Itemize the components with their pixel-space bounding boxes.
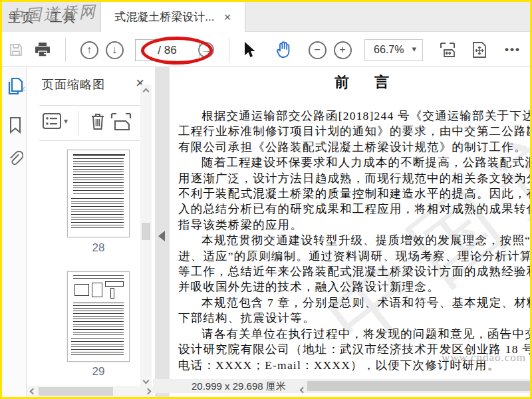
plus-icon: + xyxy=(334,41,352,59)
scroll-left-button[interactable] xyxy=(27,386,38,397)
scroll-left-button[interactable] xyxy=(301,383,305,395)
chevron-up-icon xyxy=(143,88,150,94)
panel-title: 页面缩略图 xyxy=(42,76,105,92)
close-tab-icon[interactable]: × xyxy=(224,11,231,23)
previous-page-button[interactable]: ↑ xyxy=(78,33,100,67)
text-line: 根据交通运输部交公路函[2018]244 号《交通运输部关于下达 2018 年度 xyxy=(178,108,530,124)
text-line: 工程行业标准制修订项目计划的通知》的要求，由中交第二公路勘察设计研 xyxy=(178,124,530,139)
text-line: 并吸收国外先进的技术，融入公路设计新理念。 xyxy=(178,279,530,295)
thumb-headline xyxy=(73,154,125,156)
panel-divider xyxy=(39,105,147,106)
arrow-down-icon: ↓ xyxy=(106,41,124,59)
pdf-reader-window: 主页 工具 式混凝土桥梁设计... × 中国道桥网 ↑ ↓ xyxy=(0,0,532,399)
chevron-left-icon xyxy=(29,388,36,395)
thumb-figure xyxy=(92,283,102,297)
text-line: 下部结构、抗震设计等。 xyxy=(178,311,530,326)
text-line: 入的总结分析已有的研究成果和工程应用，将相对成熟的成果转化为规范性 xyxy=(178,201,530,217)
next-view-button[interactable]: → xyxy=(198,42,214,58)
document-paragraphs: 根据交通运输部交公路函[2018]244 号《交通运输部关于下达 2018 年度… xyxy=(178,108,530,373)
tab-bar: 主页 工具 式混凝土桥梁设计... × xyxy=(2,2,530,32)
scroll-up-button[interactable] xyxy=(140,86,152,96)
crop-page-icon xyxy=(110,112,132,131)
page-thumbnail[interactable] xyxy=(67,150,130,237)
collapse-panel-icon[interactable] xyxy=(158,231,165,241)
arrow-up-icon: ↑ xyxy=(80,41,98,59)
tab-home[interactable]: 主页 xyxy=(8,9,35,27)
page-number-input[interactable]: / 86 xyxy=(135,39,200,61)
thumb-text-lines xyxy=(71,338,124,357)
document-scrollbar-thumb[interactable] xyxy=(307,381,530,391)
fit-width-button[interactable] xyxy=(436,33,460,67)
zoom-level-value: 66.7% xyxy=(374,44,404,56)
printer-icon xyxy=(34,42,51,58)
save-icon xyxy=(9,43,23,57)
paragraph: 随着工程建设环保要求和人力成本的不断提高，公路装配式混凝土桥梁用逐渐广泛，设计方… xyxy=(178,155,530,233)
thumbnail-page-number: 29 xyxy=(67,365,130,378)
text-line: 指导该类桥梁的应用。 xyxy=(178,217,530,233)
document-tab-title: 式混凝土桥梁设计... xyxy=(114,9,214,25)
toolbar-divider xyxy=(229,38,229,62)
text-line: 等工作，总结近年来公路装配式混凝土桥梁设计方面的成熟经验和相关科研 xyxy=(178,264,530,279)
next-page-button[interactable]: ↓ xyxy=(104,33,125,67)
scroll-down-button[interactable] xyxy=(140,375,152,386)
document-view[interactable]: 中国道桥网 前 言 根据交通运输部交公路函[2018]244 号《交通运输部关于… xyxy=(170,67,530,379)
page-size-label: 20.999 x 29.698 厘米 xyxy=(192,380,286,393)
status-bar: 20.999 x 29.698 厘米 xyxy=(153,379,530,393)
fit-width-icon xyxy=(439,41,456,59)
attachments-panel-button[interactable] xyxy=(6,150,25,170)
panel-splitter[interactable] xyxy=(155,67,170,397)
thumb-figure xyxy=(74,284,89,296)
arrow-right-icon: → xyxy=(201,45,211,55)
page-content: 前 言 根据交通运输部交公路函[2018]244 号《交通运输部关于下达 201… xyxy=(178,67,530,373)
panel-toolbar-divider xyxy=(78,111,78,136)
text-line: 进、适应”的原则编制。通过资料调研、现场考察、理论分析计算、实体工程 xyxy=(178,249,530,264)
panel-toolbar: ▾ xyxy=(27,110,155,139)
thumbnail-scrollbar-vertical[interactable] xyxy=(140,84,152,387)
text-line: 请各有关单位在执行过程中，将发现的问题和意见，函告中交第二公路 xyxy=(178,327,530,342)
paragraph: 根据交通运输部交公路函[2018]244 号《交通运输部关于下达 2018 年度… xyxy=(178,108,530,155)
text-line: 不利于装配式混凝土桥梁的质量控制和建造水平的提高。因此，有必要系统 xyxy=(178,186,530,201)
more-tools-button[interactable]: ••• xyxy=(499,33,526,67)
thumbnail-page-number: 28 xyxy=(67,241,130,255)
zoom-level-select[interactable]: 66.7% ▾ xyxy=(364,39,423,61)
bookmarks-panel-button[interactable] xyxy=(6,115,25,135)
chevron-left-icon xyxy=(300,387,307,394)
tab-document[interactable]: 式混凝土桥梁设计... × xyxy=(100,2,245,32)
bookmark-icon xyxy=(9,116,22,134)
text-line: 随着工程建设环保要求和人力成本的不断提高，公路装配式混凝土桥梁 xyxy=(178,155,530,170)
hand-tool-button[interactable] xyxy=(271,33,297,67)
chevron-down-icon: ▾ xyxy=(412,44,416,54)
thumbnails-panel: 页面缩略图 × ▾ xyxy=(27,67,155,397)
zoom-in-button[interactable]: + xyxy=(332,33,353,67)
print-button[interactable] xyxy=(31,33,54,67)
scroll-right-button[interactable] xyxy=(142,386,153,397)
paragraph: 请各有关单位在执行过程中，将发现的问题和意见，函告中交第二公路设计研究院有限公司… xyxy=(178,327,530,373)
thumbnail-scrollbar-horizontal[interactable] xyxy=(27,386,153,397)
thumb-figure xyxy=(105,281,124,287)
thumb-text-lines xyxy=(71,198,124,230)
toolbar-divider xyxy=(65,38,66,62)
page-thumbnail[interactable] xyxy=(67,271,130,362)
text-line: 用逐渐广泛，设计方法日趋成熟，而现行规范中的相关条文较为分散，且不完 xyxy=(178,171,530,186)
save-button[interactable] xyxy=(6,33,26,67)
tab-tools[interactable]: 工具 xyxy=(50,9,76,27)
zoom-out-button[interactable]: − xyxy=(307,33,328,67)
thumb-figure xyxy=(110,288,114,299)
select-tool-button[interactable] xyxy=(238,33,261,67)
spacer xyxy=(178,92,530,108)
chevron-down-icon: ▾ xyxy=(64,116,68,126)
text-line: 本规范包含 7 章，分别是总则、术语和符号、基本规定、材料、上部结 xyxy=(178,295,530,311)
crop-page-button[interactable] xyxy=(110,112,132,131)
text-line: 本规范贯彻交通建设转型升级、提质增效的发展理念，按照“协调、成熟 xyxy=(178,233,530,248)
scrollbar-thumb[interactable] xyxy=(39,387,113,396)
panel-collapse-notch[interactable]: ‹ xyxy=(22,82,26,95)
document-heading: 前 言 xyxy=(178,72,530,92)
paragraph: 本规范包含 7 章，分别是总则、术语和符号、基本规定、材料、上部结下部结构、抗震… xyxy=(178,295,530,327)
thumbnail-options-button[interactable]: ▾ xyxy=(42,112,68,130)
fit-page-button[interactable] xyxy=(467,33,491,67)
scrollbar-thumb[interactable] xyxy=(142,223,150,240)
delete-page-button[interactable] xyxy=(89,112,106,131)
watermark-url: www.cndao.com xyxy=(442,351,526,364)
chevron-down-icon xyxy=(143,377,150,384)
thumb-text-lines xyxy=(73,275,124,281)
